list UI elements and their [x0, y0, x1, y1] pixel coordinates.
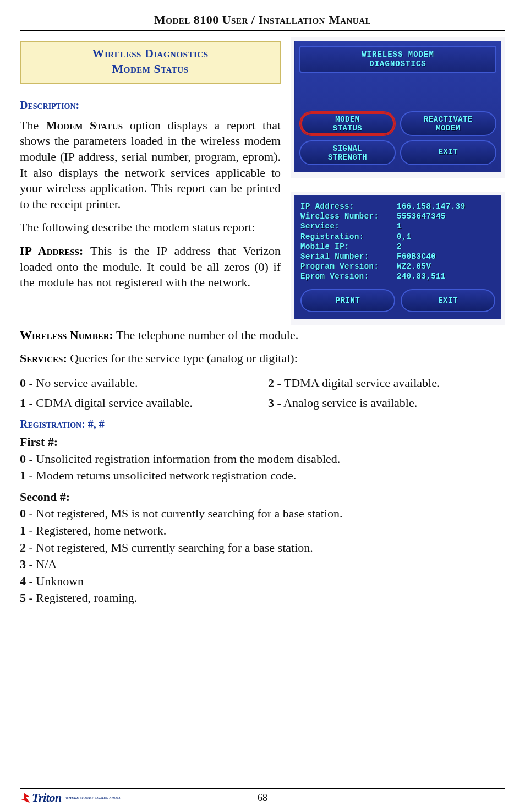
opt-num: 5: [20, 591, 26, 604]
status-report-inner: IP Address:166.158.147.39 Wireless Numbe…: [294, 195, 501, 319]
opt-num: 0: [20, 452, 26, 466]
status-buttons: PRINT EXIT: [300, 289, 495, 312]
opt-num: 0: [20, 376, 26, 390]
wireless-number-paragraph: Wireless Number: The telephone number of…: [20, 328, 505, 344]
diagnostics-title: WIRELESS MODEM DIAGNOSTICS: [299, 46, 496, 73]
status-report-panel: IP Address:166.158.147.39 Wireless Numbe…: [291, 192, 505, 325]
status-key: Eprom Version:: [300, 271, 397, 281]
modem-status-button[interactable]: MODEM STATUS: [299, 111, 396, 136]
opt-text: - Analog service is available.: [274, 396, 417, 410]
modem-status-term: Modem Status: [46, 118, 123, 132]
service-opt-1: 1 - CDMA digital service available.: [20, 395, 257, 411]
status-val: F60B3C40: [397, 252, 495, 261]
diagnostics-panel: WIRELESS MODEM DIAGNOSTICS MODEM STATUS …: [291, 37, 505, 178]
opt-text: - Not registered, MS is not currently se…: [26, 506, 343, 520]
signal-strength-button[interactable]: SIGNAL STRENGTH: [299, 140, 396, 165]
reg-first-1: 1 - Modem returns unsolicited network re…: [20, 468, 505, 484]
opt-text: - Not registered, MS currently searching…: [26, 541, 313, 554]
description-paragraph-1: The Modem Status option displays a repor…: [20, 118, 281, 212]
diagnostics-buttons: MODEM STATUS REACTIVATE MODEM SIGNAL STR…: [299, 111, 496, 165]
status-row: Registration:0,1: [300, 232, 495, 242]
opt-text: - TDMA digital service available.: [274, 376, 440, 390]
opt-text: - Modem returns unsolicited network regi…: [26, 468, 296, 482]
brand-tagline: Where Money Comes From.: [65, 795, 122, 800]
description-paragraph-2: The following describe the modem status …: [20, 220, 281, 236]
section-title-line2: Modem Status: [26, 61, 274, 77]
status-row: Program Version:WZ2.05V: [300, 261, 495, 271]
service-opt-2: 2 - TDMA digital service available.: [268, 375, 505, 391]
status-val: 2: [397, 242, 495, 252]
service-opt-0: 0 - No service available.: [20, 375, 257, 391]
status-val: 240.83,511: [397, 271, 495, 281]
reg-second-3: 3 - N/A: [20, 557, 505, 573]
services-paragraph: Services: Queries for the service type (…: [20, 351, 505, 367]
status-key: Serial Number:: [300, 252, 397, 261]
para1-pre: The: [20, 118, 46, 132]
status-key: Registration:: [300, 232, 397, 242]
status-row: Serial Number:F60B3C40: [300, 252, 495, 261]
status-row: Mobile IP:2: [300, 242, 495, 252]
status-key: IP Address:: [300, 201, 397, 211]
opt-num: 1: [20, 468, 26, 482]
ip-address-term: IP Address:: [20, 244, 83, 258]
opt-num: 2: [20, 541, 26, 554]
left-column: Wireless Diagnostics Modem Status Descri…: [20, 37, 281, 298]
opt-text: - Unknown: [26, 574, 84, 588]
reg-second-1: 1 - Registered, home network.: [20, 523, 505, 539]
page-number: 68: [258, 792, 267, 804]
status-row: Wireless Number:5553647345: [300, 211, 495, 221]
right-column: WIRELESS MODEM DIAGNOSTICS MODEM STATUS …: [291, 37, 505, 325]
opt-text: - N/A: [26, 557, 57, 571]
services-term: Services:: [20, 351, 67, 365]
brand-logo: Triton Where Money Comes From.: [20, 790, 121, 806]
services-text: Queries for the service type (analog or …: [67, 351, 298, 365]
section-title-line1: Wireless Diagnostics: [26, 46, 274, 62]
opt-text: - Registered, home network.: [26, 524, 166, 537]
opt-num: 4: [20, 574, 26, 588]
diagnostics-inner: WIRELESS MODEM DIAGNOSTICS MODEM STATUS …: [294, 41, 501, 172]
status-val: 166.158.147.39: [397, 201, 495, 211]
opt-num: 1: [20, 524, 26, 537]
status-val: 0,1: [397, 232, 495, 242]
diagnostics-exit-button[interactable]: EXIT: [400, 140, 496, 165]
status-val: WZ2.05V: [397, 261, 495, 271]
second-hash-heading: Second #:: [20, 490, 70, 504]
status-key: Service:: [300, 221, 397, 231]
opt-num: 3: [20, 557, 26, 571]
reg-second-2: 2 - Not registered, MS currently searchi…: [20, 540, 505, 556]
reg-second-4: 4 - Unknown: [20, 574, 505, 590]
status-exit-button[interactable]: EXIT: [401, 289, 495, 312]
diagnostics-title-l2: DIAGNOSTICS: [304, 59, 492, 69]
service-opt-3: 3 - Analog service is available.: [268, 395, 505, 411]
wireless-number-term: Wireless Number:: [20, 328, 113, 342]
status-val: 1: [397, 221, 495, 231]
opt-num: 3: [268, 396, 274, 410]
status-key: Program Version:: [300, 261, 397, 271]
opt-num: 1: [20, 396, 26, 410]
status-row: Eprom Version:240.83,511: [300, 271, 495, 281]
diagnostics-title-l1: WIRELESS MODEM: [304, 50, 492, 60]
reg-second-5: 5 - Registered, roaming.: [20, 590, 505, 606]
first-hash-heading: First #:: [20, 435, 58, 449]
brand-name: Triton: [32, 790, 62, 806]
wireless-number-text: The telephone number of the module.: [113, 328, 298, 342]
status-row: IP Address:166.158.147.39: [300, 201, 495, 211]
ip-address-paragraph: IP Address: This is the IP address that …: [20, 243, 281, 291]
opt-text: - Registered, roaming.: [26, 591, 137, 604]
page-footer: Triton Where Money Comes From. 68: [20, 788, 505, 804]
status-val: 5553647345: [397, 211, 495, 221]
description-label: Description:: [20, 98, 281, 112]
registration-label: Registration: #, #: [20, 417, 505, 431]
page-header: Model 8100 User / Installation Manual: [20, 12, 505, 31]
reg-first-0: 0 - Unsolicited registration information…: [20, 451, 505, 467]
status-key: Mobile IP:: [300, 242, 397, 252]
upper-section: Wireless Diagnostics Modem Status Descri…: [20, 37, 505, 325]
opt-num: 0: [20, 506, 26, 520]
opt-text: - CDMA digital service available.: [26, 396, 193, 410]
print-button[interactable]: PRINT: [300, 289, 395, 312]
services-options-row1: 0 - No service available. 2 - TDMA digit…: [20, 374, 505, 393]
reactivate-modem-button[interactable]: REACTIVATE MODEM: [400, 111, 496, 136]
status-row: Service:1: [300, 221, 495, 231]
reg-second-0: 0 - Not registered, MS is not currently …: [20, 506, 505, 522]
opt-num: 2: [268, 376, 274, 390]
